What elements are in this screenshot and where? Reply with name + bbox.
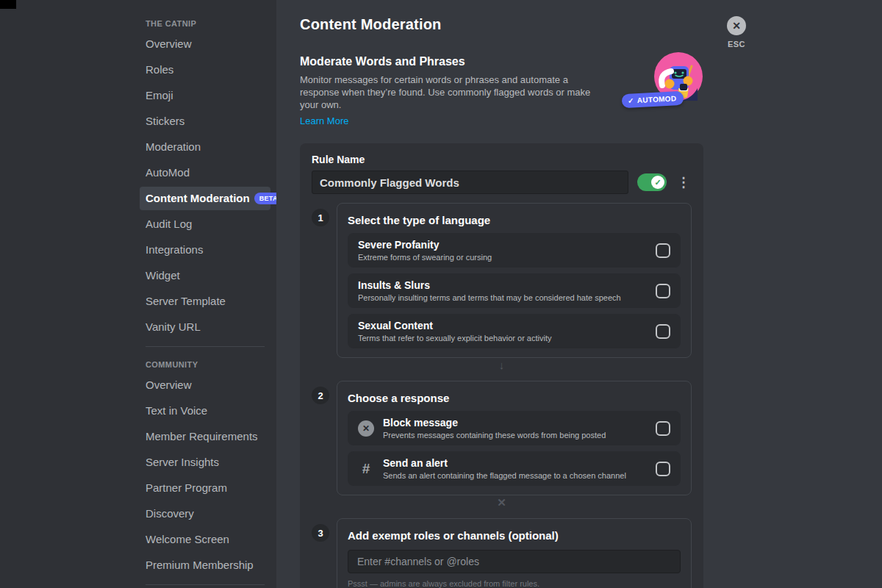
arrow-down-icon: ↓ (312, 359, 692, 372)
channel-hash-icon: # (358, 461, 374, 477)
toggle-check-icon: ✓ (651, 176, 664, 189)
sidebar-item-text-in-voice[interactable]: Text in Voice (140, 399, 270, 423)
severe-profanity-checkbox[interactable] (656, 243, 670, 258)
close-button[interactable]: ✕ ESC (726, 16, 747, 49)
sidebar-item-premium-membership[interactable]: Premium Membership (140, 553, 270, 577)
connector-x-icon: ✕ (312, 496, 692, 509)
sidebar-item-moderation[interactable]: Moderation (140, 135, 270, 159)
step-3-title: Add exempt roles or channels (optional) (348, 529, 681, 542)
sidebar-item-server-template[interactable]: Server Template (140, 290, 270, 313)
automod-rule-card: Rule Name ✓ ⋮ 1 Select the type of langu… (300, 143, 703, 588)
corner-notch (0, 0, 16, 9)
sidebar-divider (146, 584, 265, 585)
block-message-checkbox[interactable] (656, 421, 670, 436)
option-block-message[interactable]: ✕ Block message Prevents messages contai… (348, 411, 681, 445)
send-alert-checkbox[interactable] (656, 462, 670, 476)
step-3-number: 3 (312, 524, 329, 542)
step-1: 1 Select the type of language Severe Pro… (312, 203, 692, 358)
sidebar-item-content-moderation[interactable]: Content Moderation BETA (140, 187, 270, 210)
sexual-content-checkbox[interactable] (656, 324, 670, 339)
sidebar-item-automod[interactable]: AutoMod (140, 161, 270, 184)
settings-nav: THE CATNIP Overview Roles Emoji Stickers… (140, 0, 270, 588)
exempt-helper-text: Pssst — admins are always excluded from … (348, 579, 681, 588)
option-severe-profanity[interactable]: Severe Profanity Extreme forms of sweari… (348, 233, 681, 268)
sidebar-item-partner-program[interactable]: Partner Program (140, 476, 270, 500)
sidebar-divider (146, 346, 265, 347)
rule-enabled-toggle[interactable]: ✓ (637, 173, 667, 191)
insults-slurs-checkbox[interactable] (656, 284, 670, 298)
sidebar-item-overview[interactable]: Overview (140, 32, 270, 56)
sidebar-item-server-insights[interactable]: Server Insights (140, 451, 270, 474)
intro-heading: Moderate Words and Phrases (300, 55, 703, 68)
step-2: 2 Choose a response ✕ Block message Prev… (312, 381, 692, 495)
sidebar-item-community-overview[interactable]: Overview (140, 373, 270, 397)
sidebar-item-discovery[interactable]: Discovery (140, 502, 270, 526)
intro-section: Moderate Words and Phrases Monitor messa… (300, 55, 703, 127)
step-3: 3 Add exempt roles or channels (optional… (312, 518, 692, 588)
rule-overflow-menu-icon[interactable]: ⋮ (675, 176, 692, 189)
rule-name-input[interactable] (312, 171, 628, 194)
sidebar-item-member-requirements[interactable]: Member Requirements (140, 425, 270, 448)
intro-description: Monitor messages for certain words or ph… (300, 74, 595, 111)
settings-sidebar: THE CATNIP Overview Roles Emoji Stickers… (0, 0, 276, 588)
sidebar-item-integrations[interactable]: Integrations (140, 238, 270, 262)
server-section-header: THE CATNIP (140, 15, 270, 32)
sidebar-item-roles[interactable]: Roles (140, 58, 270, 82)
sidebar-item-welcome-screen[interactable]: Welcome Screen (140, 528, 270, 551)
step-2-title: Choose a response (348, 392, 681, 405)
community-section-header: COMMUNITY (140, 356, 270, 373)
rule-name-label: Rule Name (312, 154, 692, 165)
learn-more-link[interactable]: Learn More (300, 115, 348, 126)
step-1-title: Select the type of language (348, 214, 681, 227)
option-insults-slurs[interactable]: Insults & Slurs Personally insulting ter… (348, 273, 681, 308)
sidebar-item-stickers[interactable]: Stickers (140, 110, 270, 133)
block-icon: ✕ (358, 420, 374, 437)
option-sexual-content[interactable]: Sexual Content Terms that refer to sexua… (348, 314, 681, 348)
esc-label: ESC (726, 40, 747, 49)
sidebar-item-audit-log[interactable]: Audit Log (140, 212, 270, 236)
settings-main-panel: ✕ ESC ✓ AUTOMOD (276, 0, 882, 588)
server-settings-window: THE CATNIP Overview Roles Emoji Stickers… (0, 0, 882, 588)
sidebar-item-emoji[interactable]: Emoji (140, 84, 270, 107)
sidebar-item-widget[interactable]: Widget (140, 264, 270, 287)
option-send-alert[interactable]: # Send an alert Sends an alert containin… (348, 451, 681, 486)
content-column: Content Moderation Moderate Words and Ph… (300, 0, 703, 588)
close-icon[interactable]: ✕ (727, 16, 746, 35)
exempt-roles-channels-input[interactable] (348, 550, 681, 573)
page-title: Content Moderation (300, 16, 703, 33)
step-2-number: 2 (312, 387, 329, 404)
step-1-number: 1 (312, 209, 329, 226)
sidebar-item-vanity-url[interactable]: Vanity URL (140, 315, 270, 339)
